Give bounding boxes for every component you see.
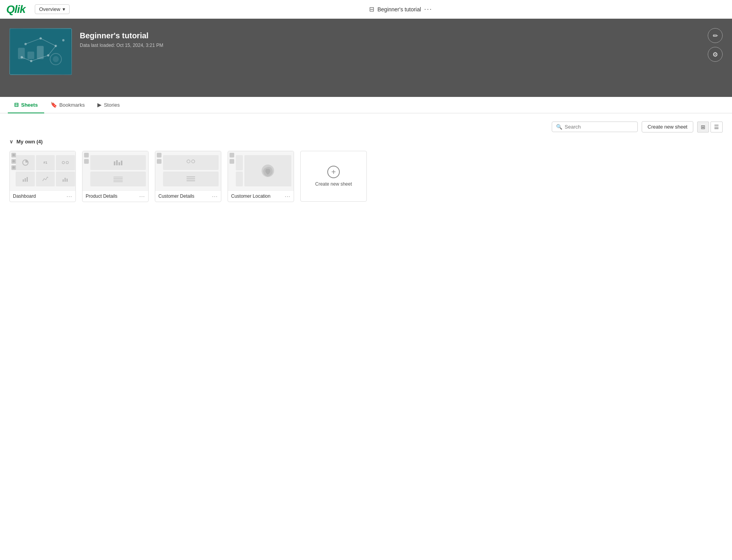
sheet-card-product-details[interactable]: Product Details ··· xyxy=(82,151,149,202)
product-cell-top xyxy=(90,155,146,170)
list-icon: ☰ xyxy=(714,124,719,130)
svg-rect-20 xyxy=(65,178,66,182)
qlik-logo: Qlik xyxy=(6,3,25,16)
grid-view-button[interactable]: ⊞ xyxy=(697,122,709,132)
header-actions: ✏ ⚙ xyxy=(708,28,723,62)
svg-rect-9 xyxy=(27,52,34,59)
svg-rect-21 xyxy=(66,179,68,182)
dashboard-preview-grid: #1 xyxy=(16,155,75,186)
sheet-card-customer-details[interactable]: Customer Details ··· xyxy=(155,151,221,202)
app-thumbnail xyxy=(9,28,72,75)
customer-card-icon-1 xyxy=(157,153,161,157)
customer-card-icon-2 xyxy=(157,159,161,164)
location-map-area xyxy=(244,155,292,186)
svg-rect-32 xyxy=(187,176,195,177)
svg-rect-16 xyxy=(23,179,24,182)
edit-button[interactable]: ✏ xyxy=(708,28,723,43)
sheets-grid: ⊟ ⊟ ⊟ #1 xyxy=(9,151,723,202)
svg-rect-34 xyxy=(187,180,195,181)
customer-cell-bottom xyxy=(163,172,219,186)
svg-rect-17 xyxy=(25,178,26,182)
sheet-card-dashboard[interactable]: ⊟ ⊟ ⊟ #1 xyxy=(9,151,76,202)
svg-rect-22 xyxy=(114,161,115,165)
svg-point-12 xyxy=(53,56,59,62)
nav-more-button[interactable]: ··· xyxy=(424,5,432,13)
bookmarks-icon: 🔖 xyxy=(50,102,57,108)
sheet-more-customer[interactable]: ··· xyxy=(212,193,218,199)
sheet-preview-product xyxy=(83,151,148,190)
sheet-footer-dashboard: Dashboard ··· xyxy=(10,190,75,202)
create-new-sheet-button[interactable]: Create new sheet xyxy=(642,121,693,132)
svg-rect-27 xyxy=(113,178,123,179)
svg-point-30 xyxy=(187,160,190,163)
svg-point-14 xyxy=(62,161,65,164)
create-new-sheet-card[interactable]: + Create new sheet xyxy=(300,151,367,202)
dash-cell-5 xyxy=(36,172,55,187)
app-icon: ⊟ xyxy=(369,5,374,13)
overview-dropdown[interactable]: Overview ▾ xyxy=(35,4,70,14)
product-preview-layout xyxy=(90,155,146,186)
location-left-icons xyxy=(236,155,243,186)
customer-cell-top xyxy=(163,155,219,170)
stories-icon: ▶ xyxy=(97,102,102,108)
svg-rect-8 xyxy=(18,48,25,59)
svg-rect-24 xyxy=(118,162,120,165)
customer-preview-layout xyxy=(163,155,219,186)
sheet-footer-product: Product Details ··· xyxy=(83,190,148,202)
app-info: Beginner's tutorial Data last loaded: Oc… xyxy=(80,28,163,48)
svg-point-31 xyxy=(192,160,195,163)
sheet-name-dashboard: Dashboard xyxy=(13,193,36,199)
svg-rect-18 xyxy=(27,177,28,182)
tab-stories[interactable]: ▶ Stories xyxy=(91,97,126,113)
chevron-down-icon: ▾ xyxy=(63,6,65,12)
location-preview-layout xyxy=(236,155,292,186)
svg-rect-33 xyxy=(187,178,195,179)
svg-rect-25 xyxy=(121,161,122,165)
sheet-name-customer: Customer Details xyxy=(158,193,194,199)
tab-sheets[interactable]: ⊟ Sheets xyxy=(8,97,44,113)
sheet-name-location: Customer Location xyxy=(231,193,271,199)
sheet-preview-dashboard: ⊟ ⊟ ⊟ #1 xyxy=(10,151,75,190)
list-view-button[interactable]: ☰ xyxy=(710,122,723,132)
tab-bookmarks-label: Bookmarks xyxy=(59,102,85,108)
svg-rect-19 xyxy=(63,179,64,182)
search-input[interactable] xyxy=(565,124,633,130)
view-toggle: ⊞ ☰ xyxy=(697,122,723,132)
location-card-icon-1 xyxy=(230,153,234,157)
section-title: My own (4) xyxy=(16,139,43,145)
search-icon: 🔍 xyxy=(556,124,562,130)
sheet-more-location[interactable]: ··· xyxy=(285,193,291,199)
svg-rect-23 xyxy=(116,160,118,165)
card-icon-3: ⊟ xyxy=(11,165,16,170)
sheet-more-product[interactable]: ··· xyxy=(139,193,145,199)
svg-rect-10 xyxy=(37,46,43,59)
dash-cell-1 xyxy=(16,155,34,170)
sheet-name-product: Product Details xyxy=(86,193,117,199)
sheet-more-dashboard[interactable]: ··· xyxy=(66,193,72,199)
dash-cell-3 xyxy=(56,155,75,170)
edit-icon: ✏ xyxy=(713,32,718,39)
search-box[interactable]: 🔍 xyxy=(552,122,638,132)
plus-icon: + xyxy=(327,166,340,178)
svg-point-15 xyxy=(66,161,68,164)
nav-center: ⊟ Beginner's tutorial ··· xyxy=(76,5,726,13)
header-banner: Beginner's tutorial Data last loaded: Oc… xyxy=(0,19,732,97)
settings-button[interactable]: ⚙ xyxy=(708,47,723,62)
sheet-footer-customer: Customer Details ··· xyxy=(155,190,221,202)
section-toggle-button[interactable]: ∨ xyxy=(9,139,13,145)
svg-rect-29 xyxy=(113,181,123,182)
sheet-card-customer-location[interactable]: Customer Location ··· xyxy=(228,151,294,202)
content-area: 🔍 Create new sheet ⊞ ☰ ∨ My own (4) ⊟ ⊟ … xyxy=(0,113,732,210)
card-icon-1: ⊟ xyxy=(11,153,16,157)
nav-app-title: Beginner's tutorial xyxy=(377,6,421,13)
section-header: ∨ My own (4) xyxy=(9,139,723,145)
create-new-sheet-label: Create new sheet xyxy=(315,181,352,187)
loc-icon-2 xyxy=(236,172,243,187)
top-nav: Qlik Overview ▾ ⊟ Beginner's tutorial ··… xyxy=(0,0,732,19)
loc-icon-1 xyxy=(236,155,243,170)
tab-bookmarks[interactable]: 🔖 Bookmarks xyxy=(44,97,91,113)
app-title: Beginner's tutorial xyxy=(80,31,163,40)
dash-cell-6 xyxy=(56,172,75,187)
overview-label: Overview xyxy=(39,6,60,12)
svg-rect-26 xyxy=(113,177,123,177)
